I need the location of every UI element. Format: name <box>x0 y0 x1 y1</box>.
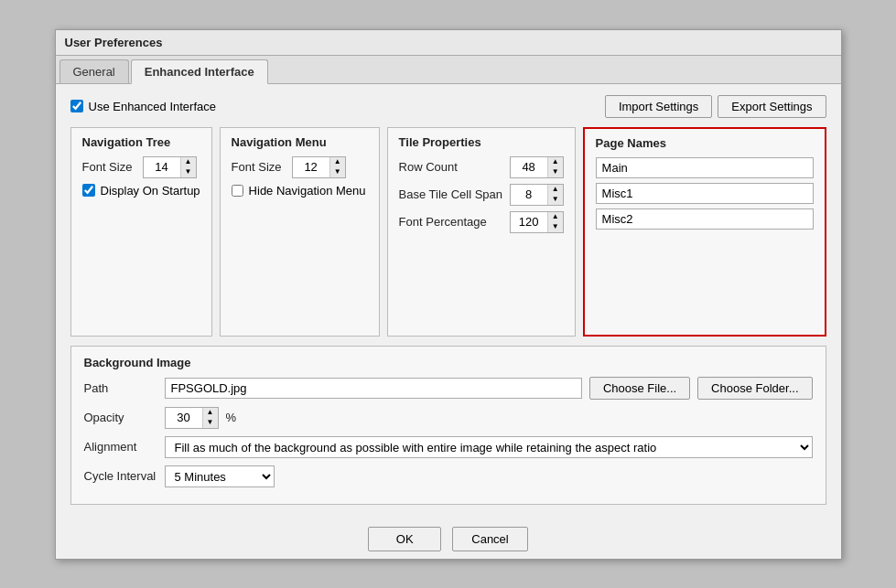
user-preferences-dialog: User Preferences General Enhanced Interf… <box>55 29 842 560</box>
nav-menu-title: Navigation Menu <box>232 135 368 149</box>
export-settings-button[interactable]: Export Settings <box>718 95 826 118</box>
base-tile-spinner: 8 ▲ ▼ <box>510 184 564 206</box>
tab-content: Use Enhanced Interface Import Settings E… <box>56 84 841 516</box>
font-pct-spinner: 120 ▲ ▼ <box>510 211 564 233</box>
opacity-spinner: 30 ▲ ▼ <box>165 407 219 429</box>
top-row: Use Enhanced Interface Import Settings E… <box>70 95 826 118</box>
display-on-startup-row: Display On Startup <box>82 184 200 198</box>
row-count-spinner: 48 ▲ ▼ <box>510 156 564 178</box>
nav-tree-title: Navigation Tree <box>82 135 200 149</box>
hide-nav-menu-label: Hide Navigation Menu <box>249 184 366 198</box>
nav-tree-fontsize-arrows: ▲ ▼ <box>180 157 196 177</box>
base-tile-arrows: ▲ ▼ <box>547 185 563 205</box>
font-pct-up[interactable]: ▲ <box>548 212 563 222</box>
use-enhanced-row: Use Enhanced Interface <box>70 100 216 113</box>
display-on-startup-checkbox[interactable] <box>82 184 95 197</box>
base-tile-up[interactable]: ▲ <box>548 185 563 195</box>
path-row: Path Choose File... Choose Folder... <box>84 377 813 400</box>
tile-properties-section: Tile Properties Row Count 48 ▲ ▼ Base Ti… <box>387 127 576 337</box>
nav-menu-fontsize-down[interactable]: ▼ <box>330 167 345 177</box>
tab-bar: General Enhanced Interface <box>56 56 841 84</box>
nav-menu-section: Navigation Menu Font Size 12 ▲ ▼ Hide Na… <box>220 127 380 337</box>
nav-menu-fontsize-input[interactable]: 12 <box>293 157 329 177</box>
ok-button[interactable]: OK <box>368 527 441 551</box>
import-settings-button[interactable]: Import Settings <box>605 95 712 118</box>
dialog-title: User Preferences <box>56 30 841 56</box>
use-enhanced-label: Use Enhanced Interface <box>89 100 216 113</box>
nav-menu-fontsize-arrows: ▲ ▼ <box>329 157 345 177</box>
tab-enhanced[interactable]: Enhanced Interface <box>131 59 268 84</box>
nav-menu-fontsize-label: Font Size <box>232 160 286 174</box>
page-name-input-1[interactable] <box>596 183 814 204</box>
nav-tree-fontsize-up[interactable]: ▲ <box>181 157 196 167</box>
row-count-down[interactable]: ▼ <box>548 167 563 177</box>
nav-menu-fontsize-row: Font Size 12 ▲ ▼ <box>232 156 368 178</box>
opacity-down[interactable]: ▼ <box>203 418 218 428</box>
cycle-label: Cycle Interval <box>84 469 157 483</box>
nav-tree-fontsize-down[interactable]: ▼ <box>181 167 196 177</box>
base-tile-down[interactable]: ▼ <box>548 195 563 205</box>
nav-tree-section: Navigation Tree Font Size 14 ▲ ▼ Display… <box>70 127 212 337</box>
bottom-buttons: OK Cancel <box>56 516 841 559</box>
font-pct-row: Font Percentage 120 ▲ ▼ <box>399 211 564 233</box>
hide-nav-menu-row: Hide Navigation Menu <box>232 184 368 198</box>
opacity-label: Opacity <box>84 411 157 424</box>
base-tile-row: Base Tile Cell Span 8 ▲ ▼ <box>399 184 564 206</box>
nav-tree-fontsize-row: Font Size 14 ▲ ▼ <box>82 156 200 178</box>
opacity-up[interactable]: ▲ <box>203 408 218 418</box>
nav-tree-fontsize-label: Font Size <box>82 160 137 174</box>
import-export-buttons: Import Settings Export Settings <box>605 95 826 118</box>
sections-row: Navigation Tree Font Size 14 ▲ ▼ Display… <box>70 127 826 337</box>
base-tile-input[interactable]: 8 <box>511 185 547 205</box>
hide-nav-menu-checkbox[interactable] <box>232 185 243 197</box>
cancel-button[interactable]: Cancel <box>452 527 527 551</box>
use-enhanced-checkbox[interactable] <box>70 100 83 112</box>
page-names-section: Page Names <box>583 127 826 337</box>
nav-menu-fontsize-up[interactable]: ▲ <box>330 157 345 167</box>
tile-properties-title: Tile Properties <box>399 135 564 149</box>
nav-tree-fontsize-spinner: 14 ▲ ▼ <box>143 156 197 178</box>
pct-symbol: % <box>226 411 237 424</box>
font-pct-input[interactable]: 120 <box>511 212 547 232</box>
choose-file-button[interactable]: Choose File... <box>589 377 690 400</box>
page-name-input-2[interactable] <box>596 208 814 230</box>
font-pct-label: Font Percentage <box>399 215 504 229</box>
nav-tree-fontsize-input[interactable]: 14 <box>144 157 180 177</box>
page-names-title: Page Names <box>596 136 814 150</box>
alignment-select[interactable]: Fill as much of the background as possib… <box>165 436 813 458</box>
font-pct-arrows: ▲ ▼ <box>547 212 563 232</box>
opacity-input[interactable]: 30 <box>166 408 202 428</box>
path-label: Path <box>84 381 157 395</box>
row-count-row: Row Count 48 ▲ ▼ <box>399 156 564 178</box>
choose-folder-button[interactable]: Choose Folder... <box>697 377 812 400</box>
row-count-label: Row Count <box>399 160 504 174</box>
path-input[interactable] <box>165 378 582 399</box>
opacity-arrows: ▲ ▼ <box>202 408 218 428</box>
opacity-row: Opacity 30 ▲ ▼ % <box>84 407 813 429</box>
font-pct-down[interactable]: ▼ <box>548 222 563 232</box>
row-count-up[interactable]: ▲ <box>548 157 563 167</box>
tab-general[interactable]: General <box>59 59 129 83</box>
cycle-select[interactable]: 5 Minutes <box>165 465 275 487</box>
row-count-arrows: ▲ ▼ <box>547 157 563 177</box>
cycle-row: Cycle Interval 5 Minutes <box>84 465 813 487</box>
base-tile-label: Base Tile Cell Span <box>399 187 504 201</box>
background-title: Background Image <box>84 356 813 369</box>
page-name-input-0[interactable] <box>596 157 814 178</box>
background-image-section: Background Image Path Choose File... Cho… <box>70 346 826 505</box>
nav-menu-fontsize-spinner: 12 ▲ ▼ <box>292 156 346 178</box>
alignment-row: Alignment Fill as much of the background… <box>84 436 813 458</box>
display-on-startup-label: Display On Startup <box>101 184 200 198</box>
alignment-label: Alignment <box>84 440 157 454</box>
row-count-input[interactable]: 48 <box>511 157 547 177</box>
